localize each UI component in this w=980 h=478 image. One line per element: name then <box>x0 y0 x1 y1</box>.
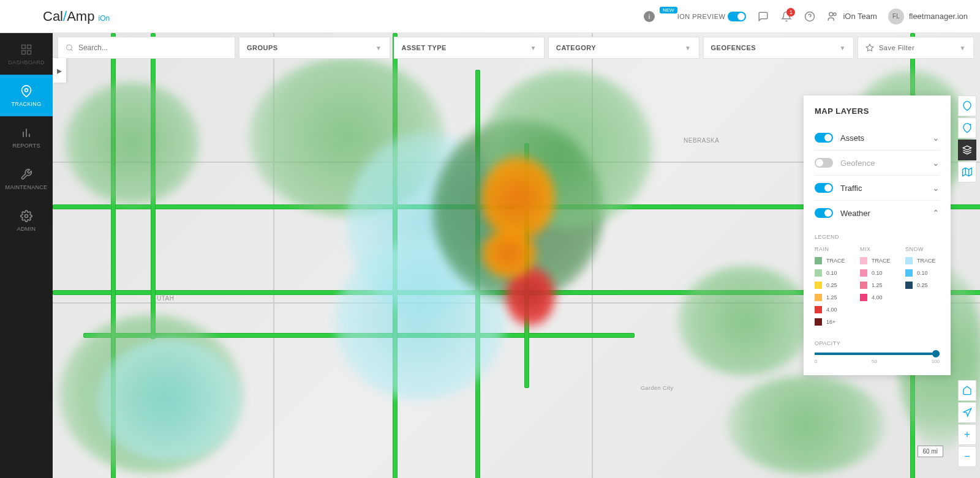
chevron-down-icon: ▼ <box>960 45 966 51</box>
nav-label: TRACKING <box>12 101 42 107</box>
zoom-out-button[interactable]: − <box>958 446 976 467</box>
layer-row-traffic: Traffic ⌄ <box>815 176 940 201</box>
legend-col-title: RAIN <box>815 246 849 252</box>
chevron-down-icon[interactable]: ⌄ <box>932 133 940 143</box>
legend-swatch <box>860 294 867 301</box>
legend-swatch <box>815 269 822 277</box>
map-tools-top <box>958 95 976 182</box>
svg-point-2 <box>829 12 833 16</box>
filter-label: CATEGORY <box>556 44 596 51</box>
team-label: iOn Team <box>843 12 876 21</box>
sidebar: DASHBOARD TRACKING REPORTS MAINTENANCE A… <box>0 33 53 478</box>
chevron-down-icon[interactable]: ⌄ <box>932 158 940 168</box>
opacity-ticks: 0 50 100 <box>815 359 940 364</box>
nav-maintenance[interactable]: MAINTENANCE <box>0 158 53 200</box>
weather-overlay <box>726 376 886 474</box>
legend-swatch <box>815 282 822 289</box>
layer-toggle-assets[interactable] <box>815 133 833 143</box>
zoom-in-button[interactable]: + <box>958 424 976 445</box>
info-icon[interactable]: i <box>644 11 655 22</box>
layer-toggle-weather[interactable] <box>815 208 833 218</box>
search-field[interactable] <box>78 43 227 52</box>
search-input[interactable] <box>58 37 235 59</box>
svg-point-3 <box>834 13 837 16</box>
reports-icon <box>20 126 33 140</box>
chat-icon[interactable] <box>757 10 769 23</box>
tool-add-pin-button[interactable] <box>958 118 976 138</box>
map-place-label: Garden City <box>641 385 674 391</box>
legend-title: LEGEND <box>815 234 940 240</box>
maintenance-icon <box>20 168 33 181</box>
layer-toggle-traffic[interactable] <box>815 183 833 193</box>
chevron-down-icon: ▼ <box>375 45 382 51</box>
legend-value: TRACE <box>917 258 936 264</box>
nav-admin[interactable]: ADMIN <box>0 200 53 241</box>
tick: 50 <box>872 359 877 364</box>
svg-rect-6 <box>28 50 31 54</box>
help-icon[interactable] <box>804 10 816 23</box>
nav-dashboard[interactable]: DASHBOARD <box>0 33 53 75</box>
chevron-up-icon[interactable]: ⌃ <box>932 208 940 218</box>
legend-col-title: SNOW <box>905 246 940 252</box>
chevron-down-icon: ▼ <box>685 45 691 51</box>
sidebar-expand-button[interactable]: ▸ <box>53 58 66 83</box>
opacity-slider[interactable] <box>815 353 940 355</box>
tool-pin-button[interactable] <box>958 95 976 116</box>
legend-value: 1.25 <box>826 294 837 301</box>
filter-asset-type[interactable]: ASSET TYPE▼ <box>394 37 545 59</box>
notification-icon[interactable]: 1 <box>780 10 793 23</box>
legend-item: 4.00 <box>815 306 849 313</box>
team-block[interactable]: iOn Team <box>827 11 876 22</box>
legend-col-rain: RAIN TRACE0.100.251.254.0016+ <box>815 246 849 330</box>
map-scale: 60 mi <box>918 446 943 457</box>
tool-home-button[interactable] <box>958 380 976 401</box>
preview-label: ION PREVIEW <box>677 13 726 20</box>
save-filter-label: Save Filter <box>879 44 914 51</box>
legend-item: 0.10 <box>860 269 894 277</box>
layer-label: Traffic <box>840 184 925 193</box>
legend-swatch <box>815 294 822 301</box>
legend-value: 0.25 <box>826 282 837 288</box>
tool-locate-button[interactable] <box>958 402 976 423</box>
header-right: i NEW ION PREVIEW 1 iOn Team FL fleetman… <box>644 9 968 24</box>
legend-item: TRACE <box>905 257 940 264</box>
legend-columns: RAIN TRACE0.100.251.254.0016+ MIX TRACE0… <box>815 246 940 330</box>
username: fleetmanager.ion <box>909 12 968 21</box>
legend-value: 0.10 <box>917 270 928 276</box>
layer-row-weather: Weather ⌃ <box>815 201 940 225</box>
legend-swatch <box>860 269 867 277</box>
svg-line-14 <box>71 49 72 50</box>
filter-groups[interactable]: GROUPS▼ <box>239 37 390 59</box>
legend-item: 16+ <box>815 318 849 326</box>
user-block[interactable]: FL fleetmanager.ion <box>888 9 968 24</box>
layer-toggle-geofence[interactable] <box>815 158 833 168</box>
filter-geofences[interactable]: GEOFENCES▼ <box>703 37 854 59</box>
tool-layers-button[interactable] <box>958 140 976 160</box>
nav-tracking[interactable]: TRACKING <box>0 75 53 116</box>
opacity-block: OPACITY 0 50 100 <box>815 340 940 364</box>
weather-overlay <box>65 82 200 204</box>
dashboard-icon <box>20 43 33 56</box>
tick: 0 <box>815 359 817 364</box>
tool-map-button[interactable] <box>958 162 976 182</box>
preview-block: i NEW ION PREVIEW <box>644 11 747 22</box>
preview-toggle[interactable] <box>728 12 746 21</box>
save-filter-button[interactable]: Save Filter ▼ <box>858 37 974 59</box>
filter-category[interactable]: CATEGORY▼ <box>548 37 699 59</box>
search-icon <box>66 43 74 52</box>
legend-item: 4.00 <box>860 294 894 301</box>
svg-marker-15 <box>866 44 873 51</box>
svg-marker-22 <box>963 408 971 416</box>
weather-overlay <box>96 339 243 461</box>
chevron-down-icon[interactable]: ⌄ <box>932 183 940 193</box>
slider-thumb[interactable] <box>932 350 940 357</box>
legend-item: 1.25 <box>860 282 894 289</box>
opacity-title: OPACITY <box>815 340 940 346</box>
nav-reports[interactable]: REPORTS <box>0 116 53 158</box>
svg-rect-5 <box>28 45 31 48</box>
avatar: FL <box>888 9 904 24</box>
map-place-label: NEBRASKA <box>684 137 719 144</box>
layer-row-geofence: Geofence ⌄ <box>815 151 940 176</box>
legend-value: 4.00 <box>826 307 837 313</box>
svg-point-13 <box>67 45 72 50</box>
